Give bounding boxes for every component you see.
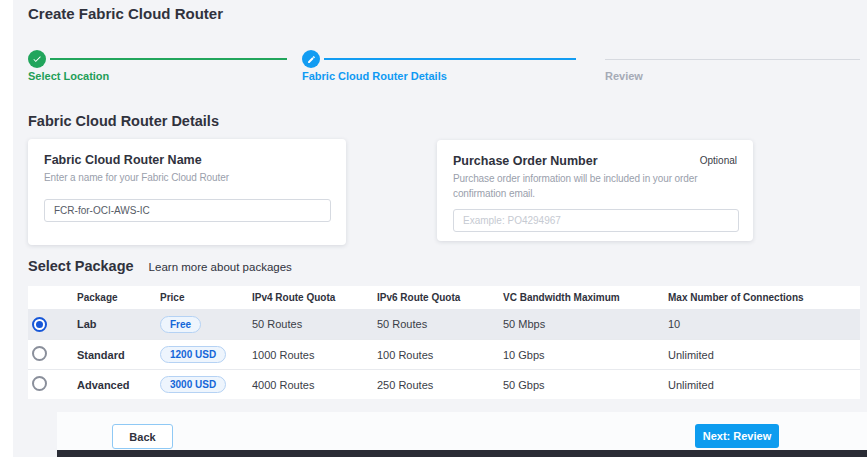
price-badge: Free — [160, 316, 201, 333]
header-bandwidth: VC Bandwidth Maximum — [503, 292, 668, 303]
learn-more-link[interactable]: Learn more about packages — [149, 261, 292, 274]
check-icon — [32, 54, 42, 64]
ipv6-quota: 250 Routes — [377, 379, 503, 391]
package-row-lab[interactable]: Lab Free 50 Routes 50 Routes 50 Mbps 10 — [28, 309, 860, 339]
page-title: Create Fabric Cloud Router — [28, 5, 223, 22]
vc-bandwidth: 10 Gbps — [503, 349, 668, 361]
bottom-edge-bar — [57, 450, 867, 457]
header-price: Price — [160, 292, 252, 303]
pencil-icon — [307, 55, 316, 64]
optional-label: Optional — [700, 155, 737, 166]
package-name: Standard — [77, 349, 160, 361]
router-name-card: Fabric Cloud Router Name Enter a name fo… — [28, 139, 346, 245]
step-connector-complete — [50, 58, 287, 60]
max-connections: Unlimited — [668, 349, 860, 361]
package-radio-standard[interactable] — [28, 346, 77, 363]
price-cell: Free — [160, 316, 252, 333]
step-label-review: Review — [605, 70, 643, 82]
package-table-header: Package Price IPv4 Route Quota IPv6 Rout… — [28, 286, 860, 309]
package-table: Package Price IPv4 Route Quota IPv6 Rout… — [28, 286, 860, 399]
ipv6-quota: 50 Routes — [377, 318, 503, 330]
back-button[interactable]: Back — [112, 424, 173, 449]
ipv4-quota: 50 Routes — [252, 318, 377, 330]
header-ipv4: IPv4 Route Quota — [252, 292, 377, 303]
purchase-order-card-title: Purchase Order Number — [453, 154, 598, 168]
package-name: Advanced — [77, 379, 160, 391]
package-name: Lab — [77, 318, 160, 330]
step-label-select-location[interactable]: Select Location — [28, 70, 109, 82]
radio-unselected-icon[interactable] — [32, 346, 47, 361]
step-select-location[interactable] — [28, 50, 46, 68]
package-row-advanced[interactable]: Advanced 3000 USD 4000 Routes 250 Routes… — [28, 369, 860, 399]
ipv4-quota: 4000 Routes — [252, 379, 377, 391]
vc-bandwidth: 50 Mbps — [503, 318, 668, 330]
step-label-fcr-details[interactable]: Fabric Cloud Router Details — [302, 70, 447, 82]
ipv6-quota: 100 Routes — [377, 349, 503, 361]
price-badge: 3000 USD — [160, 376, 226, 393]
price-cell: 1200 USD — [160, 346, 252, 363]
radio-selected-icon[interactable] — [32, 317, 47, 332]
create-fabric-cloud-router-page: Create Fabric Cloud Router Select Locati… — [0, 0, 867, 457]
purchase-order-input[interactable] — [453, 209, 739, 232]
package-radio-lab[interactable] — [28, 317, 77, 332]
purchase-order-hint: Purchase order information will be inclu… — [453, 172, 737, 201]
step-connector-upcoming — [605, 59, 860, 60]
router-name-card-title: Fabric Cloud Router Name — [44, 153, 330, 167]
header-ipv6: IPv6 Route Quota — [377, 292, 503, 303]
max-connections: Unlimited — [668, 379, 860, 391]
header-package: Package — [77, 292, 160, 303]
router-name-hint: Enter a name for your Fabric Cloud Route… — [44, 171, 330, 186]
package-section-heading: Select Package — [28, 258, 134, 274]
price-cell: 3000 USD — [160, 376, 252, 393]
purchase-order-card: Purchase Order Number Optional Purchase … — [437, 140, 753, 241]
max-connections: 10 — [668, 318, 860, 330]
package-row-standard[interactable]: Standard 1200 USD 1000 Routes 100 Routes… — [28, 339, 860, 369]
vc-bandwidth: 50 Gbps — [503, 379, 668, 391]
details-section-heading: Fabric Cloud Router Details — [28, 113, 219, 129]
header-max-connections: Max Number of Connections — [668, 292, 860, 303]
step-fcr-details[interactable] — [302, 50, 320, 68]
radio-unselected-icon[interactable] — [32, 376, 47, 391]
package-radio-advanced[interactable] — [28, 376, 77, 393]
ipv4-quota: 1000 Routes — [252, 349, 377, 361]
router-name-input[interactable] — [44, 199, 331, 222]
price-badge: 1200 USD — [160, 346, 226, 363]
step-connector-active — [324, 58, 576, 60]
next-review-button[interactable]: Next: Review — [695, 424, 779, 448]
